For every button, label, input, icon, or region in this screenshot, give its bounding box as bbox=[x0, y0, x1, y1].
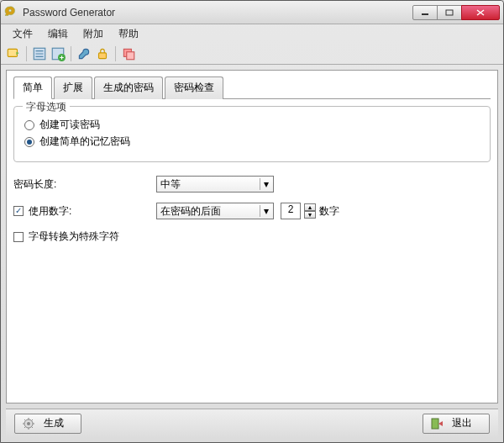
exit-icon bbox=[430, 417, 444, 430]
generate-label: 生成 bbox=[44, 416, 64, 430]
digits-spinner: 2 ▲ ▼ 数字 bbox=[281, 203, 339, 219]
toolbar bbox=[1, 43, 503, 65]
letter-options-fieldset: 字母选项 创建可读密码 创建简单的记忆密码 bbox=[13, 106, 491, 162]
titlebar[interactable]: Password Generator bbox=[1, 1, 503, 24]
gear-icon bbox=[22, 417, 35, 430]
window-title: Password Generator bbox=[23, 7, 413, 18]
chevron-down-icon: ▾ bbox=[260, 178, 271, 190]
tab-check[interactable]: 密码检查 bbox=[165, 76, 223, 99]
svg-rect-1 bbox=[446, 10, 453, 15]
minimize-button[interactable] bbox=[412, 5, 438, 20]
add-icon[interactable] bbox=[50, 46, 66, 61]
digits-dropdown[interactable]: 在密码的后面 ▾ bbox=[156, 203, 274, 219]
separator bbox=[115, 46, 116, 61]
svg-rect-8 bbox=[127, 51, 134, 59]
fieldset-legend: 字母选项 bbox=[23, 100, 70, 114]
tabs: 简单 扩展 生成的密码 密码检查 bbox=[13, 76, 491, 99]
spinner-buttons: ▲ ▼ bbox=[304, 203, 316, 219]
chevron-down-icon: ▾ bbox=[260, 205, 271, 217]
digits-count[interactable]: 2 bbox=[281, 203, 301, 219]
digits-label-wrap: 使用数字: bbox=[13, 204, 156, 219]
app-icon bbox=[4, 6, 18, 19]
separator bbox=[26, 46, 27, 61]
special-checkbox[interactable] bbox=[13, 232, 24, 242]
lock-icon[interactable] bbox=[95, 46, 110, 61]
close-button[interactable] bbox=[461, 5, 500, 20]
tab-simple[interactable]: 简单 bbox=[13, 76, 52, 99]
footer: 生成 退出 bbox=[6, 409, 498, 437]
app-window: Password Generator 文件 编辑 附加 帮助 简单 扩展 生成的… bbox=[0, 0, 504, 443]
key-icon[interactable] bbox=[6, 46, 21, 61]
length-label: 密码长度: bbox=[13, 177, 156, 192]
radio-readable[interactable] bbox=[24, 120, 34, 130]
length-dropdown[interactable]: 中等 ▾ bbox=[156, 176, 274, 192]
maximize-button[interactable] bbox=[437, 5, 462, 20]
radio-readable-label: 创建可读密码 bbox=[39, 118, 100, 132]
special-label: 字母转换为特殊字符 bbox=[29, 229, 119, 244]
tab-generated[interactable]: 生成的密码 bbox=[94, 76, 163, 99]
radio-readable-row[interactable]: 创建可读密码 bbox=[24, 118, 480, 132]
digits-unit: 数字 bbox=[319, 204, 339, 219]
window-buttons bbox=[413, 5, 500, 20]
list-icon[interactable] bbox=[32, 46, 47, 61]
length-value: 中等 bbox=[160, 177, 181, 192]
special-label-wrap: 字母转换为特殊字符 bbox=[13, 229, 156, 244]
radio-memorable-label: 创建简单的记忆密码 bbox=[39, 134, 130, 149]
exit-button[interactable]: 退出 bbox=[423, 414, 490, 434]
svg-rect-2 bbox=[8, 49, 17, 56]
tab-extended[interactable]: 扩展 bbox=[54, 76, 92, 99]
length-row: 密码长度: 中等 ▾ bbox=[13, 176, 491, 192]
generate-button[interactable]: 生成 bbox=[14, 414, 81, 434]
digits-label: 使用数字: bbox=[29, 204, 71, 219]
menu-addon[interactable]: 附加 bbox=[76, 25, 110, 43]
special-row: 字母转换为特殊字符 bbox=[13, 229, 491, 244]
svg-rect-6 bbox=[99, 52, 107, 58]
exit-label: 退出 bbox=[452, 416, 472, 430]
menu-edit[interactable]: 编辑 bbox=[41, 25, 75, 43]
menu-file[interactable]: 文件 bbox=[6, 25, 39, 43]
copy-icon[interactable] bbox=[121, 46, 136, 61]
digits-value: 在密码的后面 bbox=[160, 204, 221, 219]
svg-rect-11 bbox=[432, 419, 438, 429]
digits-checkbox[interactable] bbox=[13, 206, 24, 216]
content-area: 简单 扩展 生成的密码 密码检查 字母选项 创建可读密码 创建简单的记忆密码 密… bbox=[6, 70, 498, 403]
spinner-down[interactable]: ▼ bbox=[304, 211, 316, 219]
spinner-up[interactable]: ▲ bbox=[304, 203, 316, 211]
radio-memorable[interactable] bbox=[24, 137, 34, 147]
svg-point-10 bbox=[27, 422, 30, 425]
menubar: 文件 编辑 附加 帮助 bbox=[1, 24, 503, 43]
separator bbox=[71, 46, 71, 61]
radio-memorable-row[interactable]: 创建简单的记忆密码 bbox=[24, 134, 480, 149]
digits-row: 使用数字: 在密码的后面 ▾ 2 ▲ ▼ 数字 bbox=[13, 203, 491, 219]
menu-help[interactable]: 帮助 bbox=[112, 25, 145, 43]
key-small-icon[interactable] bbox=[76, 46, 92, 61]
